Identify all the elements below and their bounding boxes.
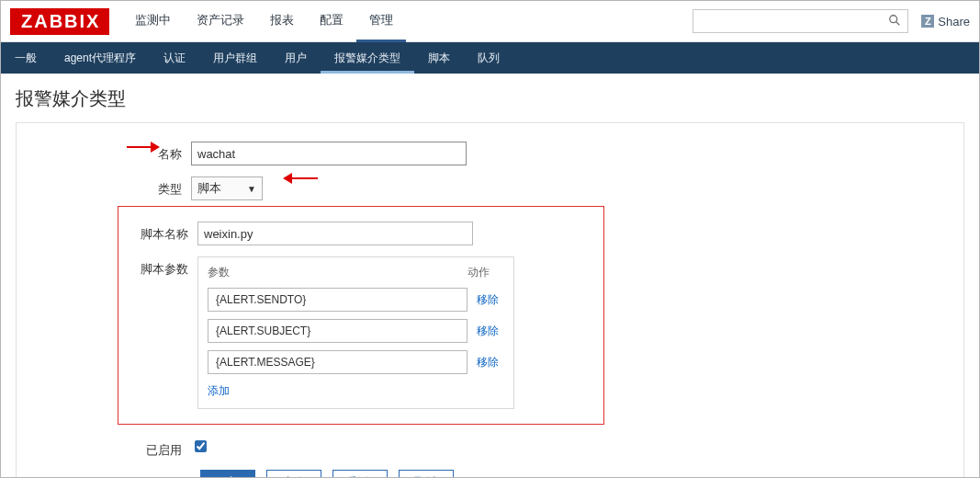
label-script-name: 脚本名称	[131, 222, 197, 243]
param-remove-2[interactable]: 移除	[467, 355, 504, 370]
enabled-checkbox[interactable]	[195, 440, 207, 452]
row-script-name: 脚本名称	[131, 222, 591, 245]
share-button[interactable]: Z Share	[921, 15, 970, 28]
search-box[interactable]	[693, 9, 908, 33]
script-name-input[interactable]	[197, 222, 473, 245]
name-input[interactable]	[191, 142, 467, 165]
logo: ZABBIX	[10, 8, 109, 35]
type-select-value: 脚本	[197, 180, 221, 197]
subnav-proxies[interactable]: agent代理程序	[51, 42, 150, 74]
row-type: 类型 脚本 ▼	[35, 176, 945, 200]
param-row: 移除	[208, 319, 504, 343]
script-params-table: 参数 动作 移除 移除 移除 添加	[197, 256, 514, 409]
search-input[interactable]	[693, 15, 882, 28]
cancel-button[interactable]: 取消	[399, 470, 454, 478]
param-remove-0[interactable]: 移除	[467, 292, 504, 308]
param-input-2[interactable]	[208, 350, 467, 374]
param-row: 移除	[208, 288, 504, 312]
params-col-action: 动作	[467, 265, 504, 280]
subnav-auth[interactable]: 认证	[150, 42, 199, 74]
label-script-params: 脚本参数	[131, 256, 197, 278]
sub-nav: 一般 agent代理程序 认证 用户群组 用户 报警媒介类型 脚本 队列	[1, 42, 979, 74]
svg-line-1	[896, 21, 900, 25]
param-add-link[interactable]: 添加	[208, 383, 230, 399]
update-button[interactable]: 更新	[200, 470, 255, 478]
type-select[interactable]: 脚本 ▼	[191, 176, 263, 200]
topmenu-reports[interactable]: 报表	[257, 1, 307, 42]
share-label: Share	[938, 15, 970, 28]
label-name: 名称	[35, 142, 191, 163]
script-config-box: 脚本名称 脚本参数 参数 动作 移除 移除	[118, 206, 604, 425]
subnav-mediatypes[interactable]: 报警媒介类型	[321, 42, 414, 74]
subnav-usergroups[interactable]: 用户群组	[199, 42, 271, 74]
subnav-scripts[interactable]: 脚本	[414, 42, 464, 74]
subnav-queue[interactable]: 队列	[464, 42, 513, 74]
chevron-down-icon: ▼	[247, 184, 256, 194]
label-enabled: 已启用	[35, 438, 191, 459]
param-row: 移除	[208, 350, 504, 374]
page-title: 报警媒介类型	[1, 74, 979, 122]
clone-button[interactable]: 克隆	[266, 470, 321, 478]
subnav-general[interactable]: 一般	[1, 42, 51, 74]
header-bar: ZABBIX 监测中 资产记录 报表 配置 管理 Z Share	[1, 1, 979, 42]
param-input-1[interactable]	[208, 319, 467, 343]
topmenu-config[interactable]: 配置	[307, 1, 356, 42]
form-panel: 名称 类型 脚本 ▼ 脚本名称 脚本参数 参数	[16, 122, 964, 478]
topmenu-monitoring[interactable]: 监测中	[122, 1, 184, 42]
delete-button[interactable]: 删除	[332, 470, 388, 478]
search-icon[interactable]	[882, 14, 907, 29]
button-row: 更新 克隆 删除 取消	[200, 470, 945, 478]
topmenu-inventory[interactable]: 资产记录	[184, 1, 257, 42]
params-col-param: 参数	[208, 265, 467, 280]
param-remove-1[interactable]: 移除	[467, 324, 504, 339]
top-menu: 监测中 资产记录 报表 配置 管理	[122, 1, 406, 42]
topmenu-admin[interactable]: 管理	[356, 1, 406, 42]
row-script-params: 脚本参数 参数 动作 移除 移除 移除 添加	[131, 256, 591, 409]
param-input-0[interactable]	[208, 288, 467, 312]
label-type: 类型	[35, 176, 191, 198]
svg-point-0	[890, 15, 897, 22]
subnav-users[interactable]: 用户	[271, 42, 321, 74]
share-z-icon: Z	[921, 15, 934, 28]
row-name: 名称	[35, 142, 945, 165]
row-enabled: 已启用	[35, 438, 945, 459]
params-header: 参数 动作	[208, 263, 504, 288]
